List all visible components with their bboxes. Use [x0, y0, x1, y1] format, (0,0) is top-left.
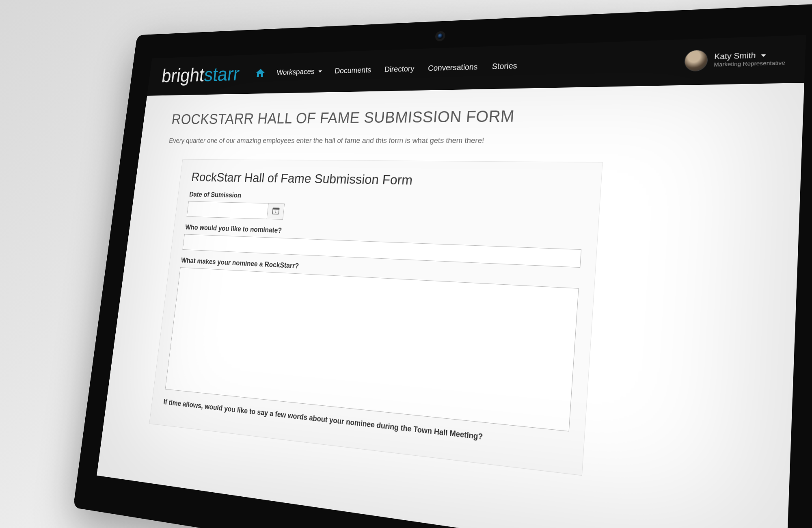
camera-dot	[437, 33, 443, 39]
submission-form: RockStarr Hall of Fame Submission Form D…	[149, 159, 603, 476]
nav-conversations[interactable]: Conversations	[428, 62, 478, 73]
brand-part1: bright	[160, 63, 205, 87]
page-title: ROCKSTARR HALL OF FAME SUBMISSION FORM	[171, 104, 759, 128]
home-icon[interactable]	[255, 69, 265, 77]
nav-workspaces-label: Workspaces	[276, 67, 315, 76]
user-name: Katy Smith	[714, 51, 756, 61]
form-title: RockStarr Hall of Fame Submission Form	[191, 170, 587, 191]
chevron-down-icon	[761, 54, 766, 57]
townhall-label: If time allows, would you like to say a …	[163, 398, 568, 451]
avatar	[684, 50, 708, 71]
nav-documents[interactable]: Documents	[334, 65, 371, 75]
user-role: Marketing Representative	[714, 59, 785, 68]
page-subtitle: Every quarter one of our amazing employe…	[168, 135, 758, 145]
chevron-down-icon	[318, 70, 322, 73]
date-picker-button[interactable]: 1	[267, 203, 285, 220]
user-menu[interactable]: Katy Smith Marketing Representative	[684, 47, 786, 71]
calendar-icon: 1	[272, 207, 280, 216]
nav-stories[interactable]: Stories	[492, 61, 518, 71]
nav-workspaces[interactable]: Workspaces	[276, 67, 322, 77]
brand-logo[interactable]: brightstarr	[160, 62, 240, 86]
date-input[interactable]	[187, 201, 269, 219]
nav-directory[interactable]: Directory	[384, 64, 415, 74]
svg-rect-1	[273, 208, 279, 210]
top-nav: brightstarr Workspaces Documents Directo…	[147, 35, 806, 96]
svg-text:1: 1	[274, 210, 277, 214]
brand-part2: starr	[203, 62, 241, 85]
